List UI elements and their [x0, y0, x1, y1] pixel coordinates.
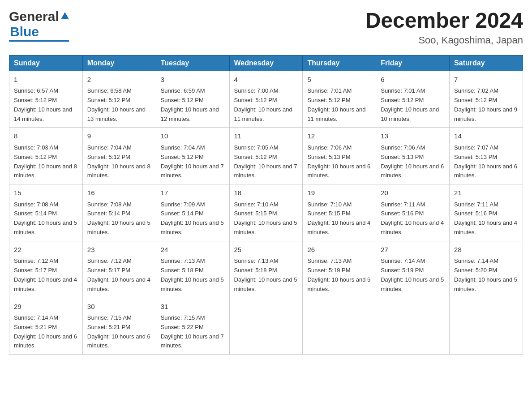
calendar-cell: 6 Sunrise: 7:01 AMSunset: 5:12 PMDayligh…: [376, 71, 450, 128]
calendar-cell: 3 Sunrise: 6:59 AMSunset: 5:12 PMDayligh…: [156, 71, 229, 128]
day-info: Sunrise: 7:08 AMSunset: 5:14 PMDaylight:…: [14, 201, 77, 235]
day-number: 3: [161, 75, 225, 85]
day-number: 25: [234, 245, 298, 255]
column-header-tuesday: Tuesday: [156, 55, 229, 71]
day-info: Sunrise: 7:15 AMSunset: 5:21 PMDaylight:…: [87, 314, 150, 349]
day-number: 21: [454, 188, 518, 198]
calendar-cell: 31 Sunrise: 7:15 AMSunset: 5:22 PMDaylig…: [156, 298, 229, 355]
calendar-cell: 11 Sunrise: 7:05 AMSunset: 5:12 PMDaylig…: [229, 128, 303, 184]
day-number: 16: [87, 188, 151, 198]
calendar-cell: 10 Sunrise: 7:04 AMSunset: 5:12 PMDaylig…: [156, 128, 229, 184]
logo-triangle-icon: [61, 12, 69, 19]
calendar-cell: 15 Sunrise: 7:08 AMSunset: 5:14 PMDaylig…: [9, 184, 83, 241]
calendar-cell: 14 Sunrise: 7:07 AMSunset: 5:13 PMDaylig…: [450, 128, 523, 184]
day-number: 19: [307, 188, 371, 198]
calendar-cell: 20 Sunrise: 7:11 AMSunset: 5:16 PMDaylig…: [376, 184, 450, 241]
day-number: 12: [307, 131, 371, 141]
day-number: 27: [381, 245, 445, 255]
day-info: Sunrise: 6:57 AMSunset: 5:12 PMDaylight:…: [14, 87, 72, 122]
day-info: Sunrise: 7:15 AMSunset: 5:22 PMDaylight:…: [161, 314, 224, 349]
calendar-cell: 1 Sunrise: 6:57 AMSunset: 5:12 PMDayligh…: [9, 71, 83, 128]
day-info: Sunrise: 7:05 AMSunset: 5:12 PMDaylight:…: [234, 144, 297, 179]
calendar-cell: [450, 298, 523, 355]
day-info: Sunrise: 7:03 AMSunset: 5:12 PMDaylight:…: [14, 144, 77, 179]
day-info: Sunrise: 7:14 AMSunset: 5:19 PMDaylight:…: [381, 257, 444, 292]
calendar-cell: 29 Sunrise: 7:14 AMSunset: 5:21 PMDaylig…: [9, 298, 83, 355]
logo: General Blue: [9, 9, 69, 42]
day-number: 23: [87, 245, 151, 255]
day-info: Sunrise: 7:12 AMSunset: 5:17 PMDaylight:…: [87, 257, 150, 292]
calendar-cell: 17 Sunrise: 7:09 AMSunset: 5:14 PMDaylig…: [156, 184, 229, 241]
day-info: Sunrise: 7:01 AMSunset: 5:12 PMDaylight:…: [307, 87, 365, 122]
calendar-cell: 18 Sunrise: 7:10 AMSunset: 5:15 PMDaylig…: [229, 184, 303, 241]
day-number: 28: [454, 245, 518, 255]
day-info: Sunrise: 6:58 AMSunset: 5:12 PMDaylight:…: [87, 87, 146, 122]
day-info: Sunrise: 7:08 AMSunset: 5:14 PMDaylight:…: [87, 201, 150, 235]
day-number: 11: [234, 131, 298, 141]
day-info: Sunrise: 7:11 AMSunset: 5:16 PMDaylight:…: [454, 201, 517, 235]
day-number: 30: [87, 302, 151, 312]
day-number: 13: [381, 131, 445, 141]
day-number: 18: [234, 188, 298, 198]
calendar-cell: 24 Sunrise: 7:13 AMSunset: 5:18 PMDaylig…: [156, 241, 229, 298]
calendar-cell: 26 Sunrise: 7:13 AMSunset: 5:19 PMDaylig…: [303, 241, 376, 298]
calendar-cell: 9 Sunrise: 7:04 AMSunset: 5:12 PMDayligh…: [82, 128, 156, 184]
column-header-sunday: Sunday: [9, 55, 83, 71]
logo-blue-text: Blue: [10, 24, 39, 39]
day-number: 14: [454, 131, 518, 141]
calendar-body: 1 Sunrise: 6:57 AMSunset: 5:12 PMDayligh…: [9, 71, 523, 354]
calendar-cell: 25 Sunrise: 7:13 AMSunset: 5:18 PMDaylig…: [229, 241, 303, 298]
column-header-saturday: Saturday: [450, 55, 523, 71]
calendar-table: SundayMondayTuesdayWednesdayThursdayFrid…: [9, 55, 523, 355]
month-title: December 2024: [365, 9, 523, 33]
day-number: 6: [381, 75, 445, 85]
day-number: 31: [161, 302, 225, 312]
day-info: Sunrise: 7:06 AMSunset: 5:13 PMDaylight:…: [381, 144, 444, 179]
day-number: 17: [161, 188, 225, 198]
column-header-wednesday: Wednesday: [229, 55, 303, 71]
day-info: Sunrise: 7:13 AMSunset: 5:18 PMDaylight:…: [234, 257, 297, 292]
day-number: 4: [234, 75, 298, 85]
calendar-cell: 8 Sunrise: 7:03 AMSunset: 5:12 PMDayligh…: [9, 128, 83, 184]
calendar-cell: 22 Sunrise: 7:12 AMSunset: 5:17 PMDaylig…: [9, 241, 83, 298]
day-number: 9: [87, 131, 151, 141]
day-number: 5: [307, 75, 371, 85]
page-header: General Blue December 2024 Soo, Kagoshim…: [9, 9, 523, 46]
calendar-cell: 2 Sunrise: 6:58 AMSunset: 5:12 PMDayligh…: [82, 71, 156, 128]
day-info: Sunrise: 7:12 AMSunset: 5:17 PMDaylight:…: [14, 257, 77, 292]
day-info: Sunrise: 7:04 AMSunset: 5:12 PMDaylight:…: [161, 144, 224, 179]
day-info: Sunrise: 7:09 AMSunset: 5:14 PMDaylight:…: [161, 201, 224, 235]
day-number: 7: [454, 75, 518, 85]
day-info: Sunrise: 7:10 AMSunset: 5:15 PMDaylight:…: [307, 201, 370, 235]
day-info: Sunrise: 6:59 AMSunset: 5:12 PMDaylight:…: [161, 87, 219, 122]
calendar-cell: 7 Sunrise: 7:02 AMSunset: 5:12 PMDayligh…: [450, 71, 523, 128]
day-info: Sunrise: 7:10 AMSunset: 5:15 PMDaylight:…: [234, 201, 297, 235]
calendar-week-row: 15 Sunrise: 7:08 AMSunset: 5:14 PMDaylig…: [9, 184, 523, 241]
day-number: 29: [14, 302, 78, 312]
day-info: Sunrise: 7:13 AMSunset: 5:18 PMDaylight:…: [161, 257, 224, 292]
calendar-cell: 16 Sunrise: 7:08 AMSunset: 5:14 PMDaylig…: [82, 184, 156, 241]
column-header-thursday: Thursday: [303, 55, 376, 71]
day-number: 22: [14, 245, 78, 255]
day-info: Sunrise: 7:06 AMSunset: 5:13 PMDaylight:…: [307, 144, 370, 179]
day-info: Sunrise: 7:11 AMSunset: 5:16 PMDaylight:…: [381, 201, 444, 235]
day-info: Sunrise: 7:04 AMSunset: 5:12 PMDaylight:…: [87, 144, 150, 179]
day-info: Sunrise: 7:02 AMSunset: 5:12 PMDaylight:…: [454, 87, 517, 122]
day-info: Sunrise: 7:13 AMSunset: 5:19 PMDaylight:…: [307, 257, 370, 292]
calendar-week-row: 22 Sunrise: 7:12 AMSunset: 5:17 PMDaylig…: [9, 241, 523, 298]
calendar-cell: 27 Sunrise: 7:14 AMSunset: 5:19 PMDaylig…: [376, 241, 450, 298]
day-number: 10: [161, 131, 225, 141]
column-header-monday: Monday: [82, 55, 156, 71]
day-info: Sunrise: 7:14 AMSunset: 5:21 PMDaylight:…: [14, 314, 77, 349]
day-info: Sunrise: 7:01 AMSunset: 5:12 PMDaylight:…: [381, 87, 439, 122]
day-number: 1: [14, 75, 78, 85]
title-section: December 2024 Soo, Kagoshima, Japan: [365, 9, 523, 46]
column-header-friday: Friday: [376, 55, 450, 71]
calendar-cell: 5 Sunrise: 7:01 AMSunset: 5:12 PMDayligh…: [303, 71, 376, 128]
day-number: 8: [14, 131, 78, 141]
calendar-cell: 30 Sunrise: 7:15 AMSunset: 5:21 PMDaylig…: [82, 298, 156, 355]
calendar-week-row: 1 Sunrise: 6:57 AMSunset: 5:12 PMDayligh…: [9, 71, 523, 128]
calendar-cell: [229, 298, 303, 355]
location-text: Soo, Kagoshima, Japan: [365, 34, 523, 46]
calendar-cell: 4 Sunrise: 7:00 AMSunset: 5:12 PMDayligh…: [229, 71, 303, 128]
